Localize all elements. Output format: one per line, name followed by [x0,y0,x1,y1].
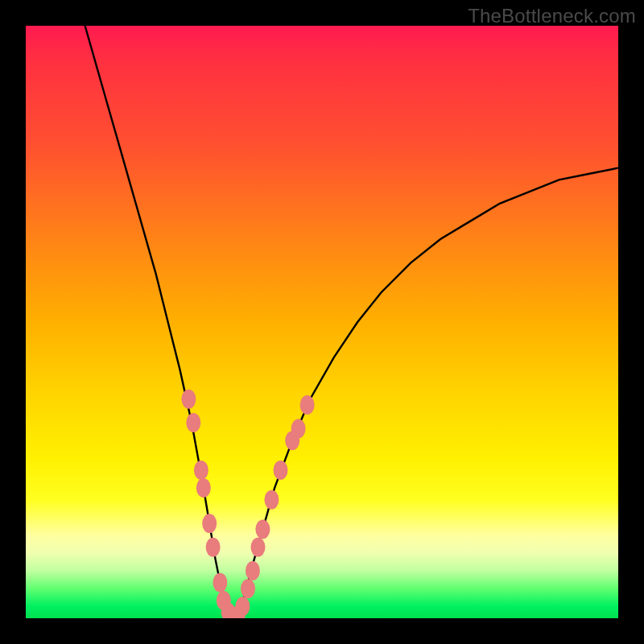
curve-marker [274,460,288,480]
chart-svg [26,26,618,618]
curve-marker [196,478,211,497]
curve-marker [213,573,227,592]
curve-marker [235,597,250,616]
curve-marker [186,413,200,432]
watermark-text: TheBottleneck.com [468,5,636,27]
curve-marker [181,390,196,409]
bottleneck-curve [85,26,618,618]
curve-marker [251,538,266,557]
chart-frame: TheBottleneck.com [0,0,644,644]
curve-marker [206,538,221,557]
plot-area [26,26,618,618]
curve-marker [194,460,208,480]
curve-marker [246,561,260,580]
curve-marker [291,419,306,439]
curve-marker [264,490,279,510]
curve-marker [241,579,255,598]
curve-markers [181,390,314,618]
curve-marker [202,514,217,533]
curve-marker [255,520,270,539]
curve-marker [300,395,315,415]
